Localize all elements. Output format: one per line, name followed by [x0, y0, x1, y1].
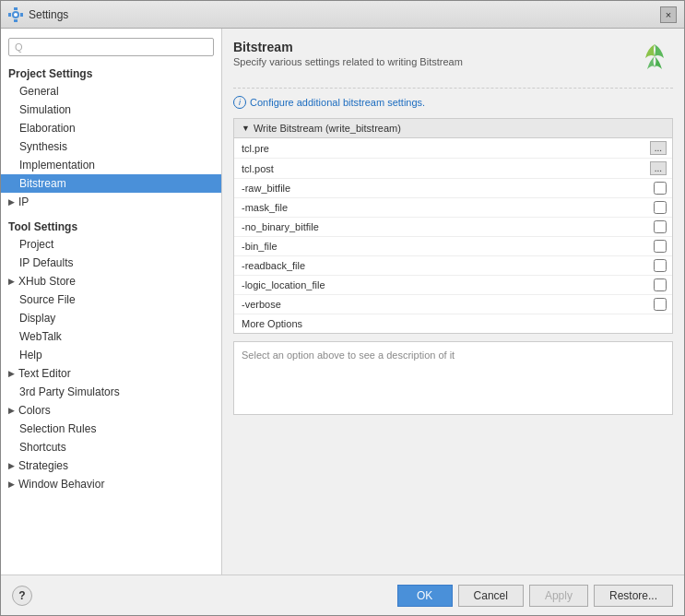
settings-row-tcl-pre: tcl.pre ...	[234, 138, 672, 159]
sidebar-item-help[interactable]: Help	[1, 346, 221, 364]
sidebar-item-selection-rules[interactable]: Selection Rules	[1, 420, 221, 438]
readback-file-checkbox[interactable]	[654, 259, 667, 272]
settings-dialog: Settings × Q Project Settings General Si…	[0, 0, 685, 616]
restore-button[interactable]: Restore...	[594, 585, 673, 607]
settings-row-mask-file: -mask_file	[234, 198, 672, 218]
ok-button[interactable]: OK	[397, 585, 453, 607]
sidebar-item-shortcuts[interactable]: Shortcuts	[1, 438, 221, 456]
svg-rect-1	[8, 13, 11, 17]
tool-settings-header: Tool Settings	[1, 217, 221, 235]
tcl-pre-control: ...	[644, 138, 672, 158]
settings-row-raw-bitfile: -raw_bitfile	[234, 179, 672, 198]
mask-file-label: -mask_file	[234, 198, 648, 217]
panel-header-text: Write Bitstream (write_bitstream)	[254, 123, 401, 134]
raw-bitfile-checkbox[interactable]	[654, 182, 667, 195]
tcl-post-control: ...	[644, 159, 672, 178]
more-options-label: More Options	[234, 314, 661, 333]
sidebar-item-general[interactable]: General	[1, 82, 221, 101]
sidebar-item-simulation[interactable]: Simulation	[1, 101, 221, 119]
dialog-title: Settings	[29, 8, 68, 21]
info-circle-icon: i	[233, 96, 246, 109]
description-placeholder: Select an option above to see a descript…	[242, 349, 455, 361]
svg-point-5	[14, 13, 18, 17]
sidebar-item-ip-label: IP	[18, 195, 29, 208]
sidebar-item-strategies[interactable]: ▶ Strategies	[1, 456, 221, 475]
xhub-expand-arrow: ▶	[8, 277, 15, 286]
sidebar-item-ip[interactable]: ▶ IP	[1, 193, 221, 211]
readback-file-label: -readback_file	[234, 256, 648, 275]
cancel-button[interactable]: Cancel	[458, 585, 524, 607]
settings-row-logic-location-file: -logic_location_file	[234, 276, 672, 295]
sidebar-item-display[interactable]: Display	[1, 309, 221, 327]
ip-expand-arrow: ▶	[8, 197, 15, 207]
svg-rect-3	[14, 19, 18, 22]
sidebar-item-ip-defaults[interactable]: IP Defaults	[1, 254, 221, 272]
sidebar-item-source-file[interactable]: Source File	[1, 290, 221, 309]
panel-collapse-arrow[interactable]: ▼	[242, 124, 250, 133]
title-bar-left: Settings	[8, 7, 68, 22]
project-settings-header: Project Settings	[1, 64, 221, 82]
sidebar-item-webtalk[interactable]: WebTalk	[1, 327, 221, 346]
tcl-pre-label: tcl.pre	[234, 139, 644, 158]
search-input[interactable]	[27, 41, 207, 53]
dialog-body: Q Project Settings General Simulation El…	[1, 29, 684, 575]
search-box[interactable]: Q	[8, 38, 214, 56]
apply-button[interactable]: Apply	[529, 585, 588, 607]
sidebar-item-text-editor[interactable]: ▶ Text Editor	[1, 364, 221, 383]
settings-row-bin-file: -bin_file	[234, 237, 672, 256]
content-header-text: Bitstream Specify various settings relat…	[233, 40, 463, 67]
title-bar: Settings ×	[1, 1, 684, 29]
mask-file-control	[648, 198, 672, 217]
sidebar-item-3rd-party-sim[interactable]: 3rd Party Simulators	[1, 383, 221, 401]
raw-bitfile-label: -raw_bitfile	[234, 179, 648, 197]
settings-row-readback-file: -readback_file	[234, 256, 672, 276]
header-divider	[233, 88, 673, 89]
sidebar-item-synthesis[interactable]: Synthesis	[1, 137, 221, 156]
mask-file-checkbox[interactable]	[654, 201, 667, 214]
settings-panel-header: ▼ Write Bitstream (write_bitstream)	[234, 119, 672, 138]
bin-file-control	[648, 237, 672, 255]
tcl-post-browse-button[interactable]: ...	[650, 161, 667, 175]
verbose-checkbox[interactable]	[654, 298, 667, 311]
sidebar-item-project[interactable]: Project	[1, 235, 221, 254]
logic-location-file-label: -logic_location_file	[234, 276, 648, 294]
logic-location-file-control	[648, 276, 672, 294]
settings-row-tcl-post: tcl.post ...	[234, 159, 672, 179]
sidebar-item-colors-label: Colors	[18, 404, 51, 417]
vivado-logo-icon	[636, 40, 673, 77]
no-binary-bitfile-label: -no_binary_bitfile	[234, 218, 648, 236]
sidebar: Q Project Settings General Simulation El…	[1, 29, 222, 575]
settings-icon	[8, 7, 23, 22]
colors-expand-arrow: ▶	[8, 406, 15, 415]
dialog-footer: ? OK Cancel Apply Restore...	[1, 575, 684, 615]
sidebar-item-colors[interactable]: ▶ Colors	[1, 401, 221, 420]
sidebar-item-elaboration[interactable]: Elaboration	[1, 119, 221, 137]
more-options-control	[661, 321, 672, 326]
close-button[interactable]: ×	[660, 6, 677, 23]
raw-bitfile-control	[648, 179, 672, 197]
tcl-post-label: tcl.post	[234, 160, 644, 178]
readback-file-control	[648, 256, 672, 275]
help-button[interactable]: ?	[12, 586, 32, 606]
text-editor-expand-arrow: ▶	[8, 369, 15, 378]
sidebar-item-xhub-store[interactable]: ▶ XHub Store	[1, 272, 221, 290]
configure-link[interactable]: i Configure additional bitstream setting…	[233, 96, 673, 109]
svg-rect-0	[14, 7, 18, 10]
sidebar-item-implementation[interactable]: Implementation	[1, 156, 221, 174]
content-title: Bitstream	[233, 40, 463, 54]
tcl-pre-browse-button[interactable]: ...	[650, 141, 667, 155]
sidebar-item-text-editor-label: Text Editor	[18, 367, 71, 380]
verbose-control	[648, 295, 672, 314]
bin-file-checkbox[interactable]	[654, 240, 667, 253]
sidebar-item-window-behavior[interactable]: ▶ Window Behavior	[1, 475, 221, 493]
settings-row-no-binary-bitfile: -no_binary_bitfile	[234, 218, 672, 237]
logic-location-file-checkbox[interactable]	[654, 278, 667, 291]
svg-rect-2	[20, 13, 23, 17]
sidebar-item-window-behavior-label: Window Behavior	[18, 478, 104, 491]
settings-row-more-options: More Options	[234, 314, 672, 333]
no-binary-bitfile-checkbox[interactable]	[654, 220, 667, 233]
search-icon: Q	[15, 41, 23, 53]
description-box[interactable]: Select an option above to see a descript…	[233, 341, 673, 415]
sidebar-item-bitstream[interactable]: Bitstream	[1, 174, 221, 193]
verbose-label: -verbose	[234, 295, 648, 314]
